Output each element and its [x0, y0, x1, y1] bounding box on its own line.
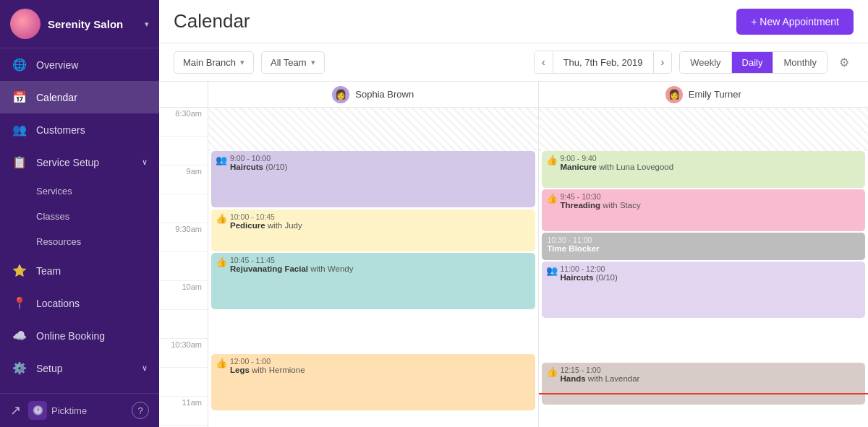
view-switch: Weekly Daily Monthly — [679, 51, 827, 74]
appt-sophia-facial[interactable]: 👍 10:45 - 11:45 Rejuvanating Facial with… — [211, 253, 535, 309]
appt-time: 12:00 - 1:00 — [230, 357, 531, 366]
current-date: Thu, 7th Feb, 2019 — [553, 52, 654, 73]
logo-chevron-icon: ▾ — [145, 20, 149, 29]
appt-sophia-haircuts[interactable]: 👥 9:00 - 10:00 Haircuts (0/10) — [211, 151, 535, 207]
haircuts-icon: 👥 — [216, 155, 227, 165]
sidebar-footer: ↗ 🕐 Picktime ? — [0, 393, 159, 427]
manicure-icon: 👍 — [546, 155, 558, 165]
staff-header-sophia: 👩 Sophia Brown — [208, 82, 538, 108]
sidebar-nav: 🌐 Overview 📅 Calendar 👥 Customers 📋 Serv… — [0, 48, 159, 393]
branch-label: Main Branch — [183, 57, 236, 68]
sidebar-item-team[interactable]: ⭐ Team — [0, 254, 159, 287]
picktime-logo-icon: 🕐 — [28, 401, 47, 420]
branch-select[interactable]: Main Branch ▾ — [174, 51, 254, 74]
sidebar-logo[interactable]: Serenity Salon ▾ — [0, 0, 159, 48]
time-930am: 9:30am — [159, 223, 208, 252]
date-navigator: ‹ Thu, 7th Feb, 2019 › — [534, 51, 672, 74]
overview-icon: 🌐 — [12, 58, 27, 72]
current-time-indicator — [539, 393, 869, 394]
sophia-avatar: 👩 — [332, 86, 349, 103]
sidebar-item-calendar[interactable]: 📅 Calendar — [0, 81, 159, 113]
time-empty-5 — [159, 368, 208, 397]
threading-icon: 👍 — [546, 193, 558, 204]
sidebar-item-locations[interactable]: 📍 Locations — [0, 287, 159, 319]
staff-col-sophia: 👩 Sophia Brown 👥 9:00 - 10:00 Haircuts (… — [208, 82, 539, 427]
appt-emily-blocker[interactable]: 10:30 - 11:00 Time Blocker — [542, 233, 866, 260]
picktime-logo: 🕐 Picktime — [28, 401, 87, 420]
appt-emily-hands[interactable]: 👍 12:15 - 1:00 Hands with Lavendar — [542, 363, 866, 405]
sidebar-item-customers[interactable]: 👥 Customers — [0, 113, 159, 146]
sidebar-item-resources[interactable]: Resources — [0, 229, 159, 254]
time-empty-2 — [159, 194, 208, 223]
team-select[interactable]: All Team ▾ — [261, 51, 325, 74]
exit-icon[interactable]: ↗ — [10, 402, 21, 418]
online-booking-label: Online Booking — [36, 330, 105, 342]
appt-service: Legs with Hermione — [230, 366, 305, 374]
classes-label: Classes — [36, 211, 69, 222]
sidebar-item-classes[interactable]: Classes — [0, 204, 159, 229]
time-830am: 8:30am — [159, 108, 208, 137]
team-chevron-icon: ▾ — [311, 58, 315, 67]
appt-time: 12:15 - 1:00 — [561, 366, 861, 374]
locations-icon: 📍 — [12, 296, 27, 310]
sidebar-item-online-booking[interactable]: ☁️ Online Booking — [0, 319, 159, 352]
staff-header-emily: 👩 Emily Turner — [539, 82, 869, 108]
appt-time: 10:45 - 11:45 — [230, 256, 531, 264]
appt-time: 9:45 - 10:30 — [561, 192, 861, 201]
time-9am: 9am — [159, 165, 208, 194]
daily-view-button[interactable]: Daily — [731, 52, 773, 73]
setup-icon: ⚙️ — [12, 361, 27, 375]
calendar-settings-icon[interactable]: ⚙ — [835, 51, 854, 74]
branch-chevron-icon: ▾ — [240, 58, 244, 67]
appt-emily-threading[interactable]: 👍 9:45 - 10:30 Threading with Stacy — [542, 189, 866, 231]
sidebar-item-overview[interactable]: 🌐 Overview — [0, 48, 159, 81]
service-setup-icon: 📋 — [12, 155, 27, 169]
team-icon: ⭐ — [12, 264, 27, 277]
appt-emily-manicure[interactable]: 👍 9:00 - 9:40 Manicure with Luna Lovegoo… — [542, 151, 866, 188]
emily-unavailable-top — [539, 108, 869, 151]
time-11am: 11am — [159, 397, 208, 426]
new-appointment-button[interactable]: + New Appointment — [736, 9, 854, 35]
time-1030am: 10:30am — [159, 339, 208, 368]
monthly-view-button[interactable]: Monthly — [773, 52, 827, 73]
appt-emily-haircuts[interactable]: 👥 11:00 - 12:00 Haircuts (0/10) — [542, 262, 866, 318]
sidebar-item-reports[interactable]: 📊 Reports — [0, 384, 159, 393]
time-empty-3 — [159, 252, 208, 281]
emily-grid: 👍 9:00 - 9:40 Manicure with Luna Lovegoo… — [539, 108, 869, 427]
sophia-unavailable-top — [208, 108, 538, 151]
appt-time: 10:30 - 11:00 — [548, 236, 861, 244]
haircuts2-icon: 👥 — [546, 265, 558, 276]
time-10am: 10am — [159, 281, 208, 310]
appt-service: Haircuts (0/10) — [561, 273, 618, 282]
sidebar-item-setup[interactable]: ⚙️ Setup ∨ — [0, 352, 159, 384]
salon-name: Serenity Salon — [48, 18, 123, 30]
sophia-name: Sophia Brown — [355, 89, 414, 100]
appt-time: 9:00 - 10:00 — [230, 154, 531, 163]
resources-label: Resources — [36, 236, 81, 247]
staff-col-emily: 👩 Emily Turner 👍 9:00 - 9:40 Manicure wi… — [539, 82, 869, 427]
appt-sophia-legs[interactable]: 👍 12:00 - 1:00 Legs with Hermione — [211, 354, 535, 410]
time-column: 8:30am 9am 9:30am 10am 10:30am 11am 11:3… — [159, 82, 208, 427]
weekly-view-button[interactable]: Weekly — [680, 52, 731, 73]
customers-icon: 👥 — [12, 123, 27, 137]
time-empty-4 — [159, 310, 208, 339]
time-header — [159, 82, 208, 108]
service-setup-label: Service Setup — [36, 157, 99, 168]
next-date-button[interactable]: › — [654, 51, 672, 73]
sidebar-item-service-setup[interactable]: 📋 Service Setup ∨ — [0, 146, 159, 178]
appt-time: 10:00 - 10:45 — [230, 212, 531, 221]
setup-chevron-icon: ∨ — [142, 363, 148, 373]
appt-time: 9:00 - 9:40 — [561, 154, 861, 163]
prev-date-button[interactable]: ‹ — [535, 51, 553, 73]
appt-sophia-pedicure[interactable]: 👍 10:00 - 10:45 Pedicure with Judy — [211, 210, 535, 251]
help-button[interactable]: ? — [132, 402, 149, 419]
appt-service: Threading with Stacy — [561, 201, 641, 210]
pedicure-icon: 👍 — [216, 213, 227, 224]
toolbar: Main Branch ▾ All Team ▾ ‹ Thu, 7th Feb,… — [159, 43, 868, 82]
picktime-label: Picktime — [51, 405, 87, 416]
sidebar-item-services[interactable]: Services — [0, 178, 159, 204]
setup-label: Setup — [36, 363, 63, 374]
service-setup-chevron-icon: ∨ — [142, 158, 148, 167]
sophia-grid: 👥 9:00 - 10:00 Haircuts (0/10) 👍 10:00 -… — [208, 108, 538, 427]
appt-time: 11:00 - 12:00 — [561, 264, 861, 273]
